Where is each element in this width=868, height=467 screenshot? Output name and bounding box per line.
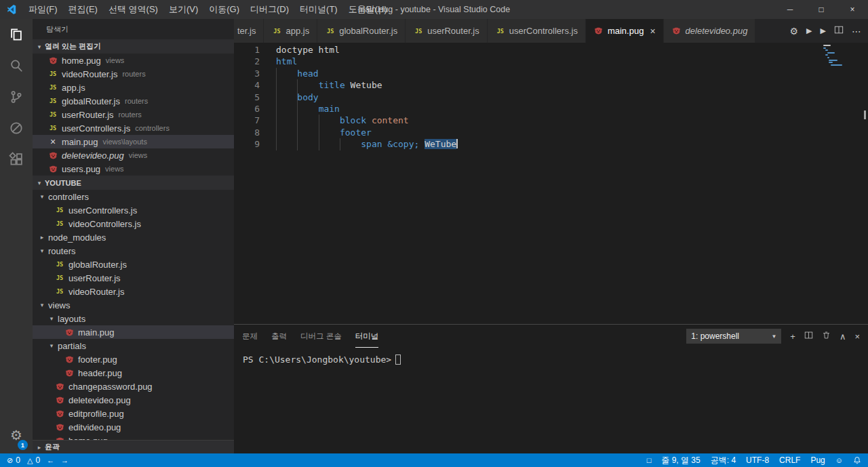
open-editor-item[interactable]: users.pugviews xyxy=(33,162,234,176)
open-editor-item[interactable]: ×main.pugviews\layouts xyxy=(33,135,234,148)
run-button[interactable]: ▶ xyxy=(806,26,812,35)
split-terminal-icon[interactable] xyxy=(804,331,813,342)
open-editor-item[interactable]: JSuserControllers.jscontrollers xyxy=(33,121,234,135)
maximize-panel-icon[interactable]: ∧ xyxy=(840,331,846,342)
editor-tab[interactable]: main.pug× xyxy=(586,19,663,43)
tree-file[interactable]: editvideo.pug xyxy=(33,420,234,434)
activity-bar: ⚙ 1 xyxy=(0,19,33,453)
js-icon: JS xyxy=(47,109,58,120)
extensions-icon[interactable] xyxy=(0,144,33,175)
code-line[interactable]: 1doctype html xyxy=(234,44,868,56)
line-number: 7 xyxy=(234,115,260,126)
status-nav-back[interactable]: ← xyxy=(47,457,54,464)
tree-file[interactable]: JSvideoRouter.js xyxy=(33,285,234,298)
code-line[interactable]: 3 head xyxy=(234,68,868,79)
explorer-icon[interactable] xyxy=(0,19,33,50)
new-terminal-icon[interactable]: + xyxy=(790,331,795,342)
status-encoding[interactable]: UTF-8 xyxy=(746,455,769,465)
status-warnings[interactable]: △0 xyxy=(27,455,40,465)
terminal-select[interactable]: 1: powershell ▼ xyxy=(686,329,781,344)
code-line[interactable]: 6 main xyxy=(234,103,868,115)
code-line[interactable]: 8 footer xyxy=(234,127,868,138)
status-nav-forward[interactable]: → xyxy=(61,457,68,464)
kill-terminal-icon[interactable] xyxy=(822,331,831,342)
open-editor-item[interactable]: JSvideoRouter.jsrouters xyxy=(33,67,234,81)
tree-file[interactable]: JSvideoControllers.js xyxy=(33,217,234,230)
open-editor-item[interactable]: JSapp.js xyxy=(33,81,234,94)
tree-file[interactable]: home.pug xyxy=(33,434,234,440)
tree-file[interactable]: JSuserRouter.js xyxy=(33,271,234,285)
tree-folder[interactable]: ▾routers xyxy=(33,244,234,258)
close-window-button[interactable]: × xyxy=(837,0,868,19)
panel-tab[interactable]: 문제 xyxy=(242,325,258,348)
panel-tab[interactable]: 터미널 xyxy=(355,325,379,348)
tree-file[interactable]: main.pug xyxy=(33,325,234,339)
settings-gear-icon[interactable]: ⚙ 1 xyxy=(0,420,33,451)
tree-folder[interactable]: ▸node_modules xyxy=(33,230,234,244)
maximize-button[interactable]: □ xyxy=(806,0,837,19)
run-debug-button[interactable]: ▶ xyxy=(821,26,826,35)
close-icon[interactable]: × xyxy=(47,136,58,147)
status-notifications[interactable] xyxy=(853,456,861,464)
panel-tab[interactable]: 디버그 콘솔 xyxy=(300,325,342,348)
code-line[interactable]: 9 span &copy; WeTube xyxy=(234,138,868,150)
tree-folder[interactable]: ▾partials xyxy=(33,339,234,352)
menubar-item[interactable]: 터미널(T) xyxy=(294,0,343,19)
status-errors[interactable]: ⊘0 xyxy=(7,455,20,465)
menubar-item[interactable]: 이동(G) xyxy=(203,0,245,19)
code-line[interactable]: 2html xyxy=(234,56,868,67)
tree-file[interactable]: JSuserControllers.js xyxy=(33,203,234,217)
status-feedback[interactable]: ☺ xyxy=(835,457,843,464)
tree-file[interactable]: footer.pug xyxy=(33,352,234,366)
tree-folder[interactable]: ▾controllers xyxy=(33,190,234,203)
more-actions-icon[interactable]: ⋯ xyxy=(852,26,861,37)
status-language-mode[interactable]: Pug xyxy=(810,455,825,465)
code-line[interactable]: 5 body xyxy=(234,92,868,103)
status-cursor-position[interactable]: 줄 9, 열 35 xyxy=(661,455,700,466)
editor-tab[interactable]: JSglobalRouter.js xyxy=(317,19,405,43)
tree-folder[interactable]: ▾layouts xyxy=(33,312,234,325)
outline-header[interactable]: ▸ 윤곽 xyxy=(33,440,234,453)
editor-tab[interactable]: JSapp.js xyxy=(264,19,317,43)
open-editor-item[interactable]: deletevideo.pugviews xyxy=(33,148,234,162)
settings-gear-icon[interactable]: ⚙ xyxy=(790,26,799,37)
code-line[interactable]: 4 title Wetube xyxy=(234,79,868,91)
workspace-header[interactable]: ▾ YOUTUBE xyxy=(33,176,234,190)
minimize-button[interactable]: ─ xyxy=(774,0,806,19)
tree-file[interactable]: editprofile.pug xyxy=(33,407,234,420)
menubar-item[interactable]: 보기(V) xyxy=(163,0,203,19)
tree-file[interactable]: header.pug xyxy=(33,366,234,380)
code-line[interactable]: 7 block content xyxy=(234,115,868,126)
editor-tab[interactable]: JSuserControllers.js xyxy=(488,19,585,43)
tree-file[interactable]: changepassword.pug xyxy=(33,380,234,393)
source-control-icon[interactable] xyxy=(0,81,33,113)
open-editor-item[interactable]: JSglobalRouter.jsrouters xyxy=(33,94,234,108)
editor-tab[interactable]: ter.js xyxy=(234,19,263,43)
file-path: views xyxy=(106,56,125,64)
panel-tab[interactable]: 출력 xyxy=(271,325,287,348)
tree-file[interactable]: deletevideo.pug xyxy=(33,393,234,407)
tree-file[interactable]: JSglobalRouter.js xyxy=(33,258,234,271)
menubar-item[interactable]: 파일(F) xyxy=(23,0,63,19)
editor-tab[interactable]: deletevideo.pug xyxy=(664,19,755,43)
open-editor-item[interactable]: JSuserRouter.jsrouters xyxy=(33,108,234,121)
menubar-item[interactable]: 선택 영역(S) xyxy=(103,0,163,19)
status-indentation[interactable]: 공백: 4 xyxy=(711,455,736,466)
status-screencast[interactable]: □ xyxy=(647,457,652,464)
tree-folder[interactable]: ▾views xyxy=(33,298,234,312)
code-editor[interactable]: 1doctype html2html3 head4 title Wetube5 … xyxy=(234,43,868,324)
open-editor-item[interactable]: home.pugviews xyxy=(33,54,234,67)
open-editors-header[interactable]: ▾ 열려 있는 편집기 xyxy=(33,39,234,54)
menubar-item[interactable]: 디버그(D) xyxy=(245,0,294,19)
status-eol[interactable]: CRLF xyxy=(779,455,800,465)
search-icon[interactable] xyxy=(0,50,33,81)
debug-icon[interactable] xyxy=(0,113,33,144)
split-editor-icon[interactable] xyxy=(834,25,844,37)
line-number: 4 xyxy=(234,79,260,91)
menubar-item[interactable]: 편집(E) xyxy=(63,0,103,19)
close-icon[interactable]: × xyxy=(650,26,655,37)
close-panel-icon[interactable]: × xyxy=(854,331,860,342)
terminal[interactable]: PS C:\Users\Jongbok\youtube> xyxy=(234,348,868,365)
editor-tab[interactable]: JSuserRouter.js xyxy=(406,19,487,43)
minimap[interactable] xyxy=(823,45,854,66)
